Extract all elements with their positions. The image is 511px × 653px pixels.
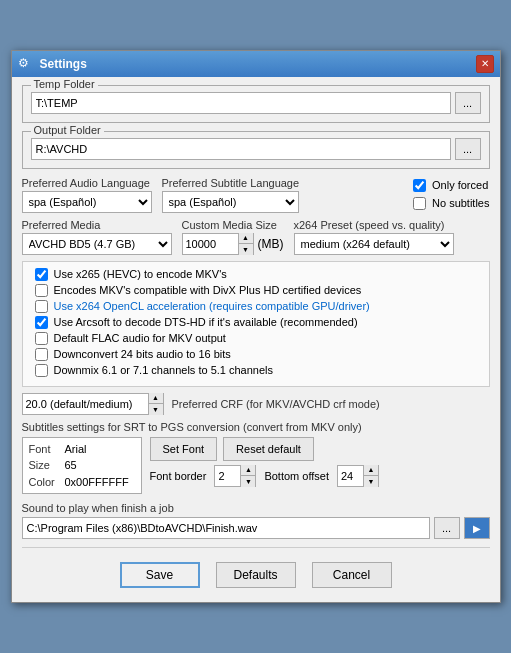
output-folder-browse[interactable]: ... [455, 138, 481, 160]
no-subtitles-checkbox[interactable] [413, 197, 426, 210]
checkbox-5[interactable] [35, 348, 48, 361]
checkbox-row-2: Use x264 OpenCL acceleration (requires c… [31, 300, 481, 313]
checkbox-label-6: Downmix 6.1 or 7.1 channels to 5.1 chann… [54, 364, 274, 376]
sub-btn-row: Set Font Reset default [150, 437, 379, 461]
font-key: Font [29, 441, 59, 458]
sound-row: ... ▶ [22, 517, 490, 539]
custom-media-down[interactable]: ▼ [239, 244, 253, 255]
output-folder-label: Output Folder [31, 124, 104, 136]
separator [22, 547, 490, 548]
checkbox-2[interactable] [35, 300, 48, 313]
sound-input[interactable] [22, 517, 430, 539]
color-key: Color [29, 474, 59, 491]
font-border-up[interactable]: ▲ [241, 465, 255, 476]
sound-label: Sound to play when finish a job [22, 502, 490, 514]
preferred-media-select-wrap[interactable]: AVCHD BD5 (4.7 GB) [22, 233, 172, 255]
x264-preset-select-wrap[interactable]: medium (x264 default) [294, 233, 454, 255]
checkbox-3[interactable] [35, 316, 48, 329]
preferred-media-label: Preferred Media [22, 219, 172, 231]
window-title: Settings [40, 57, 87, 71]
right-checkboxes: Only forced No subtitles [409, 177, 489, 213]
font-border-btns: ▲ ▼ [240, 465, 255, 487]
bottom-offset-up[interactable]: ▲ [364, 465, 378, 476]
sound-browse[interactable]: ... [434, 517, 460, 539]
set-font-button[interactable]: Set Font [150, 437, 218, 461]
sound-play-button[interactable]: ▶ [464, 517, 490, 539]
subtitles-section: Subtitles settings for SRT to PGS conver… [22, 421, 490, 495]
preferred-media-select[interactable]: AVCHD BD5 (4.7 GB) [23, 234, 171, 254]
output-folder-input[interactable] [31, 138, 451, 160]
content-area: Temp Folder ... Output Folder ... Prefer… [12, 77, 500, 603]
checkbox-0[interactable] [35, 268, 48, 281]
font-border-input[interactable] [215, 468, 240, 484]
checkbox-4[interactable] [35, 332, 48, 345]
checkbox-label-4: Default FLAC audio for MKV output [54, 332, 226, 344]
temp-folder-group: Temp Folder ... [22, 85, 490, 123]
audio-lang-select-wrap[interactable]: spa (Español) [22, 191, 152, 213]
temp-folder-input[interactable] [31, 92, 451, 114]
bottom-offset-input[interactable] [338, 468, 363, 484]
font-info-box: Font Arial Size 65 Color 0x00FFFFFF [22, 437, 142, 495]
x264-preset-select[interactable]: medium (x264 default) [295, 234, 453, 254]
size-key: Size [29, 457, 59, 474]
title-bar-left: ⚙ Settings [18, 56, 87, 72]
x264-preset-group: x264 Preset (speed vs. quality) medium (… [294, 219, 454, 255]
checkbox-label-5: Downconvert 24 bits audio to 16 bits [54, 348, 231, 360]
crf-spinner[interactable]: ▲ ▼ [22, 393, 164, 415]
font-border-label: Font border [150, 470, 207, 482]
checkbox-row-6: Downmix 6.1 or 7.1 channels to 5.1 chann… [31, 364, 481, 377]
audio-lang-label: Preferred Audio Language [22, 177, 152, 189]
checkbox-label-0: Use x265 (HEVC) to encode MKV's [54, 268, 227, 280]
settings-icon: ⚙ [18, 56, 34, 72]
crf-input[interactable] [23, 396, 148, 412]
color-val: 0x00FFFFFF [65, 474, 129, 491]
checkbox-label-3: Use Arcsoft to decode DTS-HD if it's ava… [54, 316, 358, 328]
font-name-row: Font Arial [29, 441, 135, 458]
output-folder-group: Output Folder ... [22, 131, 490, 169]
bottom-offset-down[interactable]: ▼ [364, 476, 378, 487]
checkbox-label-2: Use x264 OpenCL acceleration (requires c… [54, 300, 370, 312]
save-button[interactable]: Save [120, 562, 200, 588]
preferred-row: Preferred Audio Language spa (Español) P… [22, 177, 490, 213]
crf-down[interactable]: ▼ [149, 404, 163, 415]
custom-media-spinner[interactable]: ▲ ▼ [182, 233, 254, 255]
only-forced-label: Only forced [432, 179, 488, 191]
checkbox-row-5: Downconvert 24 bits audio to 16 bits [31, 348, 481, 361]
bottom-offset-label: Bottom offset [264, 470, 329, 482]
temp-folder-browse[interactable]: ... [455, 92, 481, 114]
border-offset-row: Font border ▲ ▼ Bottom offset [150, 465, 379, 487]
cancel-button[interactable]: Cancel [312, 562, 392, 588]
custom-media-label: Custom Media Size [182, 219, 284, 231]
checkbox-row-3: Use Arcsoft to decode DTS-HD if it's ava… [31, 316, 481, 329]
bottom-buttons: Save Defaults Cancel [22, 554, 490, 594]
custom-media-up[interactable]: ▲ [239, 233, 253, 244]
close-button[interactable]: ✕ [476, 55, 494, 73]
subtitle-lang-select[interactable]: spa (Español) [163, 192, 299, 212]
checkbox-row-4: Default FLAC audio for MKV output [31, 332, 481, 345]
pref-left: Preferred Audio Language spa (Español) P… [22, 177, 300, 213]
subtitles-title: Subtitles settings for SRT to PGS conver… [22, 421, 490, 433]
settings-window: ⚙ Settings ✕ Temp Folder ... Output Fold… [11, 50, 501, 604]
checkbox-1[interactable] [35, 284, 48, 297]
audio-lang-select[interactable]: spa (Español) [23, 192, 151, 212]
only-forced-checkbox[interactable] [413, 179, 426, 192]
defaults-button[interactable]: Defaults [216, 562, 296, 588]
audio-lang-group: Preferred Audio Language spa (Español) [22, 177, 152, 213]
subtitle-lang-label: Preferred Subtitle Language [162, 177, 300, 189]
custom-media-unit: (MB) [258, 237, 284, 251]
checkbox-6[interactable] [35, 364, 48, 377]
reset-default-button[interactable]: Reset default [223, 437, 314, 461]
subtitles-inner: Font Arial Size 65 Color 0x00FFFFFF Set … [22, 437, 490, 495]
only-forced-row: Only forced [409, 179, 489, 192]
font-border-down[interactable]: ▼ [241, 476, 255, 487]
sound-section: Sound to play when finish a job ... ▶ [22, 502, 490, 539]
subtitle-lang-select-wrap[interactable]: spa (Español) [162, 191, 300, 213]
custom-media-input[interactable] [183, 236, 238, 252]
bottom-offset-spinner[interactable]: ▲ ▼ [337, 465, 379, 487]
crf-row: ▲ ▼ Preferred CRF (for MKV/AVCHD crf mod… [22, 393, 490, 415]
font-border-spinner[interactable]: ▲ ▼ [214, 465, 256, 487]
crf-up[interactable]: ▲ [149, 393, 163, 404]
temp-folder-label: Temp Folder [31, 78, 98, 90]
preferred-media-group: Preferred Media AVCHD BD5 (4.7 GB) [22, 219, 172, 255]
x264-preset-label: x264 Preset (speed vs. quality) [294, 219, 454, 231]
